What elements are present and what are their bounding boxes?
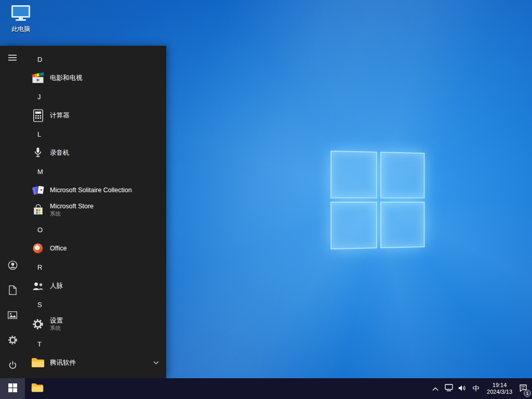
section-header-t[interactable]: T — [25, 335, 166, 353]
app-item-voice-recorder[interactable]: 录音机 — [25, 143, 166, 162]
windows-logo-pane — [380, 202, 425, 248]
notification-badge: 1 — [524, 390, 531, 397]
pictures-button[interactable] — [0, 303, 25, 328]
app-label: 人脉 — [50, 282, 63, 290]
tray-expand-button[interactable] — [429, 378, 442, 399]
desktop-icon-label: 此电脑 — [11, 25, 30, 34]
office-icon — [30, 241, 46, 256]
action-center-button[interactable]: 1 — [516, 378, 530, 399]
document-icon — [9, 285, 17, 297]
section-letter: L — [37, 130, 41, 138]
this-pc-icon — [10, 4, 31, 24]
tray-time: 19:14 — [493, 382, 507, 389]
app-item-tencent-folder[interactable]: 腾讯软件 — [25, 353, 166, 372]
app-label: 腾讯软件 — [50, 358, 76, 367]
app-item-office[interactable]: Office — [25, 239, 166, 258]
menu-expand-button[interactable] — [0, 46, 25, 71]
windows-logo-pane — [380, 152, 425, 198]
app-item-microsoft-store[interactable]: Microsoft Store 系统 — [25, 200, 166, 220]
volume-button[interactable] — [456, 378, 469, 399]
app-label: Office — [50, 245, 66, 252]
network-button[interactable] — [442, 378, 456, 399]
section-letter: R — [37, 263, 42, 271]
ime-indicator[interactable]: 中 — [469, 378, 483, 399]
picture-icon — [8, 311, 17, 321]
section-header-m[interactable]: M — [25, 162, 166, 181]
section-header-d[interactable]: D — [25, 50, 166, 69]
app-sublabel: 系统 — [50, 325, 63, 331]
folder-icon — [30, 355, 46, 370]
app-label: 计算器 — [50, 111, 70, 120]
settings-button[interactable] — [0, 328, 25, 353]
network-icon — [445, 384, 453, 393]
system-tray: 中 19:14 2024/3/13 1 — [429, 378, 532, 399]
app-sublabel: 系统 — [50, 210, 94, 217]
gear-icon — [8, 335, 18, 347]
clock[interactable]: 19:14 2024/3/13 — [483, 382, 516, 395]
app-item-solitaire[interactable]: Microsoft Solitaire Collection — [25, 181, 166, 200]
account-button[interactable] — [0, 254, 25, 278]
app-item-calculator[interactable]: 计算器 — [25, 106, 166, 125]
windows-logo-pane — [330, 202, 377, 249]
app-label: 录音机 — [50, 149, 70, 157]
app-label: Microsoft Store — [50, 203, 94, 211]
section-letter: T — [37, 340, 42, 348]
windows-start-icon — [8, 383, 17, 394]
tray-date: 2024/3/13 — [487, 389, 512, 395]
microphone-icon — [30, 145, 46, 161]
windows-logo — [330, 151, 424, 249]
section-letter: D — [37, 56, 42, 63]
section-letter: J — [37, 93, 41, 101]
app-item-people[interactable]: 人脉 — [25, 276, 166, 295]
chevron-down-icon — [153, 361, 159, 365]
calculator-icon — [30, 108, 46, 123]
start-menu-rail — [0, 46, 25, 378]
store-icon — [30, 202, 46, 218]
volume-icon — [458, 384, 467, 393]
settings-gear-icon — [30, 316, 46, 332]
power-icon — [8, 361, 17, 371]
section-header-w[interactable]: W — [25, 372, 166, 378]
movies-tv-icon — [30, 70, 46, 86]
taskbar: 中 19:14 2024/3/13 1 — [0, 378, 532, 399]
chevron-up-icon — [432, 385, 438, 393]
file-explorer-icon — [31, 383, 44, 394]
section-header-j[interactable]: J — [25, 87, 166, 106]
app-label: 设置 — [50, 317, 63, 325]
section-letter: O — [37, 226, 43, 234]
section-header-s[interactable]: S — [25, 295, 166, 314]
start-button[interactable] — [0, 378, 25, 399]
documents-button[interactable] — [0, 278, 25, 303]
app-list: D 电影和电视 J — [25, 46, 166, 378]
user-icon — [8, 260, 18, 272]
section-letter: M — [37, 168, 43, 176]
start-menu: D 电影和电视 J — [0, 46, 166, 378]
hamburger-icon — [8, 54, 17, 63]
start-menu-rail-bottom — [0, 254, 25, 378]
power-button[interactable] — [0, 353, 25, 378]
solitaire-icon — [30, 182, 46, 198]
windows-logo-pane — [330, 151, 377, 198]
section-header-l[interactable]: L — [25, 125, 166, 143]
section-header-r[interactable]: R — [25, 258, 166, 276]
section-header-o[interactable]: O — [25, 220, 166, 239]
taskbar-spacer — [50, 378, 429, 399]
app-item-settings[interactable]: 设置 系统 — [25, 314, 166, 335]
app-item-movies-tv[interactable]: 电影和电视 — [25, 69, 166, 87]
app-label: Microsoft Solitaire Collection — [50, 187, 132, 194]
section-letter: S — [37, 301, 42, 309]
desktop-icon-this-pc[interactable]: 此电脑 — [6, 4, 35, 34]
app-label: 电影和电视 — [50, 74, 83, 83]
file-explorer-button[interactable] — [25, 378, 50, 399]
people-icon — [30, 278, 46, 294]
